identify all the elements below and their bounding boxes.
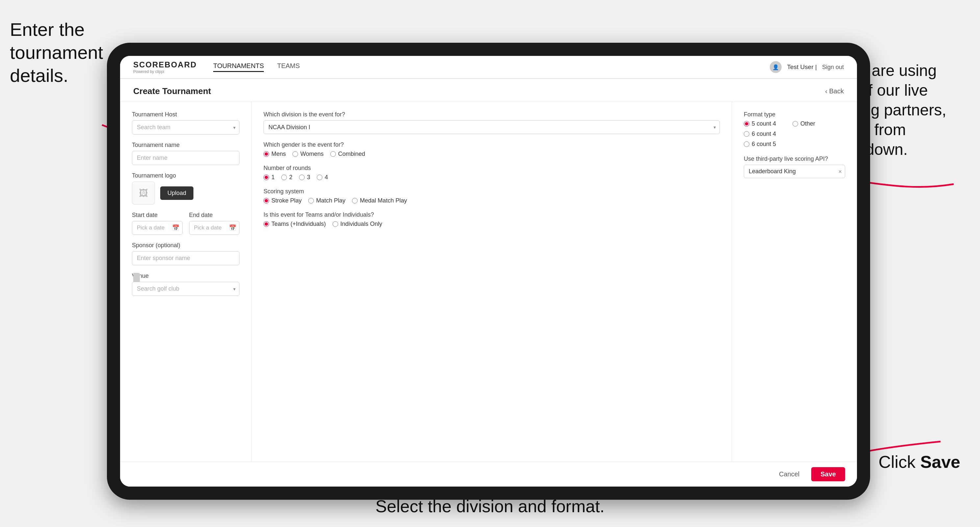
rounds-1-radio[interactable] xyxy=(264,175,269,180)
format-5count4[interactable]: 5 count 4 xyxy=(744,120,776,127)
name-input[interactable] xyxy=(132,151,240,165)
scoring-group: Scoring system Stroke Play Match Play xyxy=(264,188,720,204)
form-col-right: Format type 5 count 4 xyxy=(732,102,857,462)
scoring-medal-radio[interactable] xyxy=(352,198,358,203)
gender-group: Which gender is the event for? Mens Wome… xyxy=(264,141,720,157)
end-date-wrap: 📅 xyxy=(189,221,240,235)
rounds-2-radio[interactable] xyxy=(281,175,287,180)
form-footer: Cancel Save xyxy=(120,462,857,487)
event-teams-radio[interactable] xyxy=(264,221,269,227)
live-scoring-clear[interactable]: × xyxy=(838,168,842,175)
format-options: 5 count 4 Other xyxy=(744,120,845,148)
format-6count4-radio[interactable] xyxy=(744,131,749,137)
gender-combined-radio[interactable] xyxy=(330,151,336,157)
user-avatar: 👤 xyxy=(770,61,782,73)
scoring-match[interactable]: Match Play xyxy=(308,197,345,204)
format-row-1: 5 count 4 Other xyxy=(744,120,845,127)
tab-tournaments[interactable]: TOURNAMENTS xyxy=(213,62,264,72)
gender-womens[interactable]: Womens xyxy=(293,151,324,157)
format-radio-group: 5 count 4 Other xyxy=(744,120,815,127)
host-input[interactable] xyxy=(132,120,240,135)
tab-teams[interactable]: TEAMS xyxy=(277,62,300,72)
form-col-left: Tournament Host ▾ Tournament name xyxy=(120,102,252,462)
event-type-radio-group: Teams (+Individuals) Individuals Only xyxy=(264,221,720,227)
gender-combined[interactable]: Combined xyxy=(330,151,365,157)
gender-womens-label: Womens xyxy=(300,151,324,157)
sponsor-group: Sponsor (optional) xyxy=(132,242,240,265)
nav-user: 👤 Test User | Sign out xyxy=(770,61,844,73)
scoring-medal[interactable]: Medal Match Play xyxy=(352,197,407,204)
rounds-1-label: 1 xyxy=(271,174,275,181)
host-select-wrap: ▾ xyxy=(132,120,240,135)
annotation-click-save-prefix: Click xyxy=(878,452,920,471)
sponsor-input[interactable] xyxy=(132,251,240,265)
tablet-frame: SCOREBOARD Powered by clippi TOURNAMENTS… xyxy=(107,43,870,500)
event-teams-label: Teams (+Individuals) xyxy=(271,221,326,227)
venue-input[interactable] xyxy=(132,282,240,296)
live-scoring-display[interactable]: Leaderboard King xyxy=(744,165,845,178)
venue-group: Venue ▾ xyxy=(132,273,240,296)
format-type-group: Format type 5 count 4 xyxy=(744,111,845,148)
format-6count5-radio[interactable] xyxy=(744,141,749,147)
save-button[interactable]: Save xyxy=(811,467,845,481)
start-date-icon: 📅 xyxy=(172,224,179,232)
event-individuals[interactable]: Individuals Only xyxy=(332,221,382,227)
live-scoring-group: Use third-party live scoring API? Leader… xyxy=(744,156,845,178)
format-6count5[interactable]: 6 count 5 xyxy=(744,141,845,148)
start-date-label: Start date xyxy=(132,212,183,219)
venue-select-wrap: ▾ xyxy=(132,282,240,296)
app-logo: SCOREBOARD Powered by clippi xyxy=(133,60,197,74)
division-label: Which division is the event for? xyxy=(264,111,720,118)
gender-radio-group: Mens Womens Combined xyxy=(264,151,720,157)
host-group: Tournament Host ▾ xyxy=(132,111,240,135)
gender-mens-radio[interactable] xyxy=(264,151,269,157)
event-individuals-radio[interactable] xyxy=(332,221,338,227)
back-button[interactable]: ‹ Back xyxy=(825,87,844,95)
format-5count4-label: 5 count 4 xyxy=(752,120,776,127)
upload-button[interactable]: Upload xyxy=(160,186,193,200)
scoring-match-label: Match Play xyxy=(316,197,345,204)
event-type-label: Is this event for Teams and/or Individua… xyxy=(264,211,720,218)
scoring-stroke-label: Stroke Play xyxy=(271,197,302,204)
format-6count4[interactable]: 6 count 4 xyxy=(744,130,845,137)
logo-title: SCOREBOARD xyxy=(133,60,197,69)
event-teams[interactable]: Teams (+Individuals) xyxy=(264,221,326,227)
annotation-click-save-bold: Save xyxy=(920,452,960,471)
rounds-4-radio[interactable] xyxy=(317,175,322,180)
rounds-3[interactable]: 3 xyxy=(299,174,310,181)
format-5count4-radio[interactable] xyxy=(744,121,749,127)
end-date-icon: 📅 xyxy=(229,224,236,232)
signout-link[interactable]: Sign out xyxy=(822,64,844,71)
scoring-radio-group: Stroke Play Match Play Medal Match Play xyxy=(264,197,720,204)
rounds-1[interactable]: 1 xyxy=(264,174,275,181)
rounds-4[interactable]: 4 xyxy=(317,174,328,181)
live-scoring-wrap: Leaderboard King × xyxy=(744,165,845,178)
rounds-radio-group: 1 2 3 xyxy=(264,174,720,181)
scoring-stroke[interactable]: Stroke Play xyxy=(264,197,302,204)
logo-label: Tournament logo xyxy=(132,172,240,179)
scoring-stroke-radio[interactable] xyxy=(264,198,269,203)
tablet-screen: SCOREBOARD Powered by clippi TOURNAMENTS… xyxy=(120,56,857,487)
cancel-button[interactable]: Cancel xyxy=(772,467,806,481)
division-select[interactable]: NCAA Division I xyxy=(264,120,720,134)
gender-combined-label: Combined xyxy=(338,151,365,157)
rounds-2-label: 2 xyxy=(289,174,293,181)
gender-mens-label: Mens xyxy=(271,151,286,157)
rounds-3-radio[interactable] xyxy=(299,175,305,180)
page-header: Create Tournament ‹ Back xyxy=(120,79,857,102)
rounds-2[interactable]: 2 xyxy=(281,174,293,181)
app: SCOREBOARD Powered by clippi TOURNAMENTS… xyxy=(120,56,857,487)
gender-womens-radio[interactable] xyxy=(293,151,298,157)
format-6count5-label: 6 count 5 xyxy=(752,141,776,148)
host-label: Tournament Host xyxy=(132,111,240,118)
format-6count4-label: 6 count 4 xyxy=(752,130,776,137)
gender-mens[interactable]: Mens xyxy=(264,151,286,157)
name-group: Tournament name xyxy=(132,142,240,165)
annotation-enter-details: Enter the tournament details. xyxy=(10,18,103,87)
format-other[interactable]: Other xyxy=(792,120,815,127)
format-other-radio[interactable] xyxy=(792,121,798,127)
scoring-label: Scoring system xyxy=(264,188,720,195)
format-type-label: Format type xyxy=(744,111,845,118)
scoring-match-radio[interactable] xyxy=(308,198,314,203)
rounds-3-label: 3 xyxy=(307,174,310,181)
